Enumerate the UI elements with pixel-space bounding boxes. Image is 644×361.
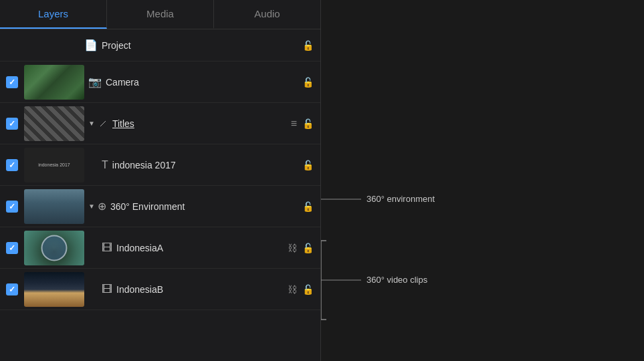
triangle-titles: ▼ [88,120,95,127]
stack-icon-titles[interactable]: ≡ [291,118,297,130]
layer-row-indonesiaB[interactable]: 🎞 IndonesiaB ⛓ 🔓 [0,269,320,310]
tab-bar: Layers Media Audio [0,0,320,29]
lock-icon-camera[interactable]: 🔓 [302,77,314,88]
thumbnail-indonesia2017: indonesia 2017 [24,148,84,183]
lock-icon-titles[interactable]: 🔓 [302,118,314,129]
checkbox-area-camera[interactable] [0,76,24,88]
checkbox-indonesiaA[interactable] [6,242,18,254]
thumbnail-camera [24,65,84,100]
tab-audio[interactable]: Audio [214,0,320,29]
layer-actions-env360: 🔓 [302,201,320,212]
layer-row-titles[interactable]: ▼ ⟋ Titles ≡ 🔓 [0,103,320,144]
clips360-annotation-text: 360° video clips [366,275,428,285]
layer-actions-project: 🔓 [302,40,320,51]
layers-panel: Layers Media Audio 📄 Project 🔓 📷 [0,0,321,361]
tab-layers[interactable]: Layers [0,0,107,29]
layer-actions-indonesiaA: ⛓ 🔓 [288,243,320,253]
layer-label-indonesiaA: IndonesiaA [116,243,288,253]
layer-label-project: Project [102,40,302,51]
layer-row-indonesia2017[interactable]: indonesia 2017 T indonesia 2017 🔓 [0,144,320,186]
layer-row-env360[interactable]: ▼ ⊕ 360° Environment 🔓 [0,186,320,227]
lock-icon-project[interactable]: 🔓 [302,40,314,51]
link-icon-indonesiaB[interactable]: ⛓ [288,284,297,295]
thumbnail-indonesiaB [24,272,84,307]
camera-icon: 📷 [88,76,102,88]
checkbox-camera[interactable] [6,76,18,88]
checkbox-indonesia2017[interactable] [6,159,18,171]
triangle-env360: ▼ [88,203,95,210]
film-icon-indonesiaA: 🎞 [102,242,112,254]
layer-label-titles: Titles [112,118,291,129]
thumbnail-indonesiaA [24,231,84,265]
layer-actions-camera: 🔓 [302,77,320,88]
layer-label-camera: Camera [106,77,302,88]
text-icon: T [102,159,108,171]
lock-icon-indonesiaA[interactable]: 🔓 [302,243,314,253]
lock-icon-env360[interactable]: 🔓 [302,201,314,212]
document-icon: 📄 [84,39,98,51]
checkbox-area-indonesiaB[interactable] [0,283,24,295]
thumbnail-placeholder-project [24,29,84,63]
checkbox-area-titles[interactable] [0,118,24,130]
annotation-svg: 360° environment 360° video clips [321,0,622,361]
lock-icon-indonesia2017[interactable]: 🔓 [302,160,314,170]
tab-media[interactable]: Media [107,0,214,29]
layer-label-indonesiaB: IndonesiaB [116,284,288,295]
layer-row-camera[interactable]: 📷 Camera 🔓 [0,62,320,103]
thumbnail-env360 [24,189,84,224]
layer-actions-titles: ≡ 🔓 [291,118,320,130]
checkbox-area-indonesia2017[interactable] [0,159,24,171]
checkbox-indonesiaB[interactable] [6,283,18,295]
env360-icon: ⊕ [98,200,106,213]
env360-annotation-text: 360° environment [366,194,435,204]
layer-row-project[interactable]: 📄 Project 🔓 [0,29,320,62]
annotation-panel: 360° environment 360° video clips [321,0,644,361]
lock-icon-indonesiaB[interactable]: 🔓 [302,284,314,295]
checkbox-area-env360[interactable] [0,201,24,213]
layer-row-indonesiaA[interactable]: 🎞 IndonesiaA ⛓ 🔓 [0,227,320,269]
film-icon-indonesiaB: 🎞 [102,283,112,295]
checkbox-area-indonesiaA[interactable] [0,242,24,254]
layer-label-env360: 360° Environment [110,201,302,212]
layers-list: 📄 Project 🔓 📷 Camera 🔓 ▼ ⟋ [0,29,320,361]
checkbox-titles[interactable] [6,118,18,130]
layer-label-indonesia2017: indonesia 2017 [112,160,302,170]
checkbox-env360[interactable] [6,201,18,213]
thumbnail-titles [24,106,84,141]
slash-icon: ⟋ [98,118,108,130]
layer-actions-indonesiaB: ⛓ 🔓 [288,284,320,295]
layer-actions-indonesia2017: 🔓 [302,160,320,170]
link-icon-indonesiaA[interactable]: ⛓ [288,243,297,253]
